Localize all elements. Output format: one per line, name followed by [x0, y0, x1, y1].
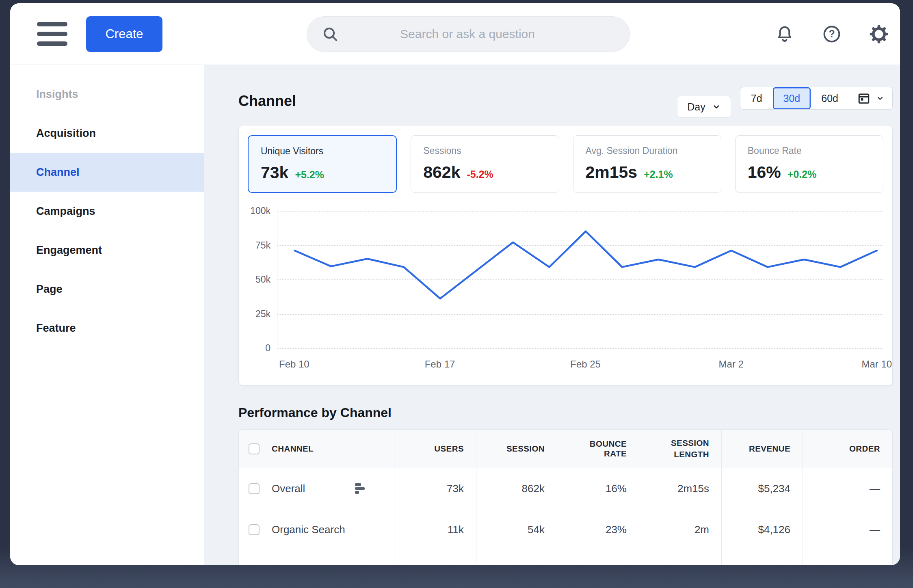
page-title: Channel	[238, 93, 296, 110]
sidebar-item-engagement[interactable]: Engagement	[10, 231, 204, 270]
range-60d-button[interactable]: 60d	[811, 87, 849, 109]
metric-card-sessions[interactable]: Sessions 862k -5.2%	[411, 135, 559, 193]
svg-text:?: ?	[829, 28, 835, 39]
metric-card-bounce-rate[interactable]: Bounce Rate 16% +0.2%	[735, 135, 883, 193]
search-icon	[322, 26, 339, 43]
metric-value: 2m15s	[586, 163, 638, 182]
row-checkbox[interactable]	[249, 483, 260, 494]
channel-name: Overall	[272, 482, 305, 495]
x-tick-label: Mar 2	[719, 359, 744, 370]
sidebar-item-channel[interactable]: Channel	[10, 153, 204, 192]
range-7d-button[interactable]: 7d	[740, 87, 773, 109]
column-header-session-length: SESSION LENGTH	[639, 430, 721, 468]
top-bar: Create Search or ask a question ?	[10, 3, 900, 65]
main-content: Channel Day 7d 30d 60d	[204, 65, 900, 565]
settings-gear-icon[interactable]	[869, 24, 889, 44]
search-placeholder: Search or ask a question	[339, 27, 615, 41]
sidebar-item-campaigns[interactable]: Campaigns	[10, 192, 204, 231]
column-header-bounce-rate: BOUNCE RATE	[557, 430, 639, 468]
calendar-icon	[857, 92, 870, 105]
granularity-dropdown[interactable]: Day	[677, 96, 731, 118]
line-chart: 100k75k50k25k0 Feb 10Feb 17Feb 25Mar 2Ma…	[248, 211, 883, 374]
x-tick-label: Feb 10	[279, 359, 309, 370]
chart-x-axis: Feb 10Feb 17Feb 25Mar 2Mar 10	[277, 348, 883, 374]
metric-delta: +2.1%	[644, 169, 673, 180]
cell-users: 11k	[394, 509, 476, 550]
cell-order: 9,352	[803, 550, 892, 565]
metric-label: Avg. Session Duration	[586, 145, 709, 156]
sidebar-item-page[interactable]: Page	[10, 270, 204, 309]
sidebar-item-feature[interactable]: Feature	[10, 309, 204, 348]
metric-cards: Unique Visitors 73k +5.2% Sessions 862k …	[248, 135, 883, 193]
cell-order: —	[803, 468, 892, 509]
x-tick-label: Feb 17	[425, 359, 455, 370]
x-tick-label: Feb 25	[570, 359, 601, 370]
cell-bounce-rate: 9,352	[557, 550, 639, 565]
range-segmented-control: 7d 30d 60d	[740, 87, 893, 110]
table-row[interactable]: Overall 9,352 9,352 9,352 9,352 9,352 9,…	[239, 550, 892, 565]
range-30d-button[interactable]: 30d	[773, 87, 811, 109]
metric-card-avg-session-duration[interactable]: Avg. Session Duration 2m15s +2.1%	[573, 135, 721, 193]
sidebar-item-acquisition[interactable]: Acquisition	[10, 114, 204, 153]
cell-revenue: $4,126	[721, 509, 803, 550]
help-icon[interactable]: ?	[822, 24, 842, 44]
y-tick-label: 75k	[255, 240, 270, 251]
cell-session: 862k	[476, 468, 557, 509]
column-header-users: USERS	[394, 430, 476, 468]
topbar-actions: ?	[775, 24, 889, 44]
cell-session: 9,352	[476, 550, 557, 565]
metric-value: 862k	[423, 163, 460, 182]
metric-label: Unique Visitors	[261, 146, 384, 157]
metric-value: 16%	[748, 163, 781, 182]
table-header-row: CHANNEL USERS SESSION BOUNCE RATE SESSIO…	[239, 430, 892, 468]
calendar-dropdown[interactable]	[849, 87, 892, 109]
cell-revenue: 9,352	[721, 550, 803, 565]
cell-order: —	[803, 509, 892, 550]
app-window: Create Search or ask a question ?	[10, 3, 900, 565]
notifications-bell-icon[interactable]	[775, 24, 794, 44]
sidebar-section-insights: Insights	[10, 75, 204, 114]
cell-session: 54k	[476, 509, 557, 550]
cell-users: 73k	[394, 468, 476, 509]
metric-label: Sessions	[423, 145, 546, 156]
chart-line	[294, 231, 877, 299]
breakdown-bars-icon[interactable]	[355, 483, 365, 494]
y-tick-label: 100k	[250, 205, 270, 216]
metric-label: Bounce Rate	[748, 145, 871, 156]
column-header-session: SESSION	[476, 430, 557, 468]
cell-session-length: 2m15s	[639, 468, 721, 509]
y-tick-label: 25k	[255, 308, 270, 319]
column-header-channel: CHANNEL	[272, 444, 314, 454]
column-header-order: ORDER	[803, 430, 892, 468]
metric-card-unique-visitors[interactable]: Unique Visitors 73k +5.2%	[248, 135, 397, 193]
performance-section-title: Performance by Channel	[238, 405, 893, 420]
cell-session-length: 9,352	[639, 550, 721, 565]
column-header-revenue: REVENUE	[721, 430, 803, 468]
chevron-down-icon	[712, 102, 721, 111]
performance-table: CHANNEL USERS SESSION BOUNCE RATE SESSIO…	[238, 429, 893, 565]
channel-overview-card: Unique Visitors 73k +5.2% Sessions 862k …	[238, 125, 893, 386]
row-checkbox[interactable]	[249, 565, 260, 566]
search-input[interactable]: Search or ask a question	[307, 16, 630, 52]
granularity-value: Day	[687, 101, 705, 113]
cell-revenue: $5,234	[721, 468, 803, 509]
x-tick-label: Mar 10	[862, 359, 892, 370]
chart-y-axis: 100k75k50k25k0	[248, 211, 277, 348]
hamburger-menu-icon[interactable]	[37, 22, 67, 46]
select-all-checkbox[interactable]	[249, 443, 260, 454]
date-controls: Day 7d 30d 60d	[677, 87, 893, 118]
create-button[interactable]: Create	[86, 16, 162, 52]
cell-session-length: 2m	[639, 509, 721, 550]
sidebar: Insights Acquisition Channel Campaigns E…	[10, 65, 204, 565]
metric-delta: +0.2%	[788, 169, 817, 180]
cell-users: 9,352	[394, 550, 476, 565]
channel-name: Overall	[272, 564, 305, 566]
table-row[interactable]: Organic Search 11k 54k 23% 2m $4,126 —	[239, 509, 892, 550]
y-tick-label: 50k	[255, 274, 270, 285]
metric-value: 73k	[261, 163, 288, 182]
metric-delta: -5.2%	[467, 169, 493, 180]
table-row[interactable]: Overall 73k 862k 16% 2m15s $5,234 —	[239, 468, 892, 509]
chevron-down-icon	[876, 94, 884, 102]
row-checkbox[interactable]	[249, 524, 260, 535]
chart-plot	[277, 211, 883, 348]
